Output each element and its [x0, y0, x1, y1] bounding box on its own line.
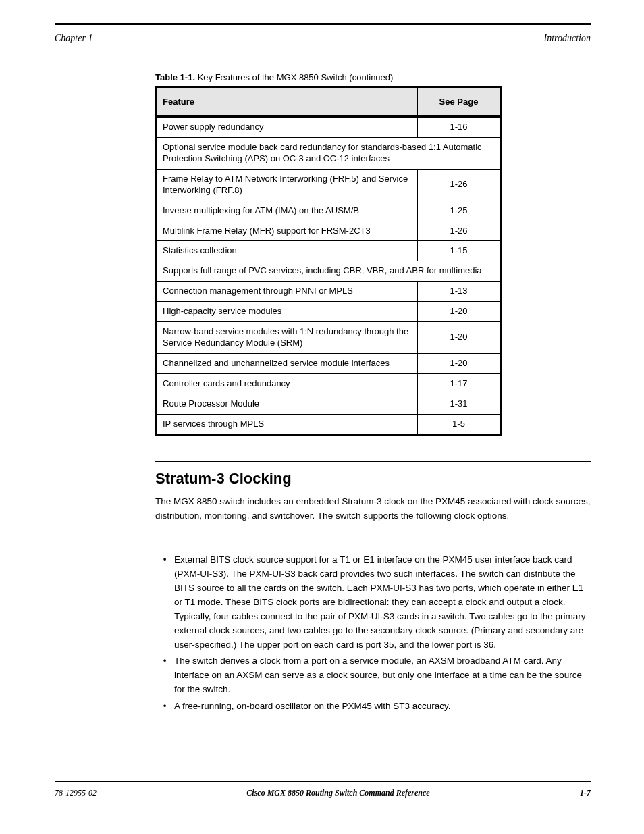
- table-cell-feature: Connection management through PNNI or MP…: [157, 282, 418, 302]
- table-cell-page: 1-26: [418, 221, 501, 241]
- table-cell-feature: Power supply redundancy: [157, 117, 418, 138]
- table-row: IP services through MPLS1-5: [157, 414, 501, 435]
- footer-left: 78-12955-02: [55, 788, 97, 798]
- table-row: Connection management through PNNI or MP…: [157, 282, 501, 302]
- table-cell-page: 1-5: [418, 414, 501, 435]
- table-cell-page: 1-20: [418, 353, 501, 373]
- table-cell-feature: Inverse multiplexing for ATM (IMA) on th…: [157, 201, 418, 221]
- table-cell-feature: High-capacity service modules: [157, 302, 418, 322]
- table-cell-page: 1-20: [418, 322, 501, 354]
- bullet-icon: •: [155, 654, 174, 697]
- bullet-item: •The switch derives a clock from a port …: [155, 654, 591, 697]
- bullet-icon: •: [155, 700, 174, 714]
- table-cell-page: 1-15: [418, 241, 501, 261]
- table-cell-page: 1-17: [418, 373, 501, 394]
- bullet-text: A free-running, on-board oscillator on t…: [174, 700, 450, 714]
- table-row: Inverse multiplexing for ATM (IMA) on th…: [157, 201, 501, 221]
- table-cell-page: 1-13: [418, 282, 501, 302]
- footer-right: 1-7: [580, 788, 591, 798]
- table-cell-page: 1-26: [418, 169, 501, 201]
- section-paragraph: The MGX 8850 switch includes an embedded…: [155, 495, 591, 523]
- footer-center: Cisco MGX 8850 Routing Switch Command Re…: [246, 788, 429, 798]
- table-cell-feature: IP services through MPLS: [157, 414, 418, 435]
- table-row: Channelized and unchannelized service mo…: [157, 353, 501, 373]
- table-row: Route Processor Module1-31: [157, 394, 501, 414]
- bullet-text: The switch derives a clock from a port o…: [174, 654, 591, 697]
- bullet-item: •A free-running, on-board oscillator on …: [155, 700, 591, 714]
- table-row: Power supply redundancy1-16: [157, 117, 501, 138]
- running-header: Chapter 1 Introduction: [55, 33, 591, 44]
- table-cell-feature: Route Processor Module: [157, 394, 418, 414]
- col-header-page: See Page: [418, 88, 501, 117]
- col-header-feature: Feature: [157, 88, 418, 117]
- table-row: Frame Relay to ATM Network Interworking …: [157, 169, 501, 201]
- table-cell-page: 1-16: [418, 117, 501, 138]
- table-caption-text: Key Features of the MGX 8850 Switch (con…: [195, 72, 393, 82]
- table-cell-feature: Channelized and unchannelized service mo…: [157, 353, 418, 373]
- table-row: Narrow-band service modules with 1:N red…: [157, 322, 501, 354]
- table-caption-label: Table 1-1.: [155, 72, 195, 82]
- table-cell-feature: Narrow-band service modules with 1:N red…: [157, 322, 418, 354]
- table-row: Supports full range of PVC services, inc…: [157, 261, 501, 282]
- running-header-right: Introduction: [544, 33, 591, 44]
- header-top-rule: [55, 23, 591, 25]
- table-row: Controller cards and redundancy1-17: [157, 373, 501, 394]
- table-cell-page: 1-25: [418, 201, 501, 221]
- table-cell-feature: Frame Relay to ATM Network Interworking …: [157, 169, 418, 201]
- table-row: Optional service module back card redund…: [157, 138, 501, 170]
- table-caption: Table 1-1. Key Features of the MGX 8850 …: [155, 72, 393, 82]
- table-cell-page: 1-31: [418, 394, 501, 414]
- section-bullets: •External BITS clock source support for …: [155, 553, 591, 716]
- table-cell-feature: Multilink Frame Relay (MFR) support for …: [157, 221, 418, 241]
- table-cell-feature: Controller cards and redundancy: [157, 373, 418, 394]
- running-header-left: Chapter 1: [55, 33, 92, 44]
- section-rule: [155, 461, 591, 462]
- footer-rule: [55, 781, 591, 782]
- header-bottom-rule: [55, 47, 591, 47]
- running-footer: 78-12955-02 Cisco MGX 8850 Routing Switc…: [55, 788, 591, 798]
- table-cell-feature: Optional service module back card redund…: [157, 138, 501, 170]
- table-cell-page: 1-20: [418, 302, 501, 322]
- table-row: Multilink Frame Relay (MFR) support for …: [157, 221, 501, 241]
- bullet-icon: •: [155, 553, 174, 652]
- table-row: Statistics collection1-15: [157, 241, 501, 261]
- section-heading: Stratum-3 Clocking: [155, 470, 292, 488]
- bullet-text: External BITS clock source support for a…: [174, 553, 591, 652]
- bullet-item: •External BITS clock source support for …: [155, 553, 591, 652]
- table-cell-feature: Statistics collection: [157, 241, 418, 261]
- features-table: Feature See Page Power supply redundancy…: [155, 86, 502, 436]
- table-row: High-capacity service modules1-20: [157, 302, 501, 322]
- table-cell-feature: Supports full range of PVC services, inc…: [157, 261, 501, 282]
